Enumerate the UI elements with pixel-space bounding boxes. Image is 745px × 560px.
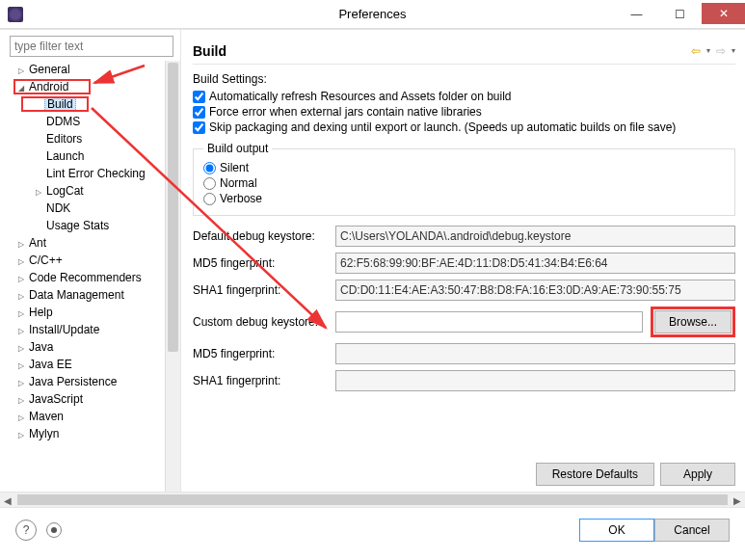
sha1-label: SHA1 fingerprint: xyxy=(193,283,328,297)
sha1-2-label: SHA1 fingerprint: xyxy=(193,374,328,387)
check-label-2: Skip packaging and dexing until export o… xyxy=(209,120,676,134)
tree-item-mylyn[interactable]: Mylyn xyxy=(8,425,180,442)
tree-item-data-management[interactable]: Data Management xyxy=(8,286,180,304)
tree-item-label: Java xyxy=(27,340,55,354)
tree-item-usage-stats[interactable]: Usage Stats xyxy=(8,217,180,234)
browse-button[interactable]: Browse... xyxy=(654,310,732,333)
tree-item-label: Code Recommenders xyxy=(27,271,144,284)
md5-2-field xyxy=(335,343,735,364)
tree-item-install-update[interactable]: Install/Update xyxy=(8,321,180,338)
tree-item-general[interactable]: General xyxy=(8,61,180,78)
forward-icon[interactable]: ⇨ xyxy=(716,44,726,58)
radio-label-normal: Normal xyxy=(220,176,257,190)
tree-item-java-ee[interactable]: Java EE xyxy=(8,356,180,373)
expand-icon[interactable] xyxy=(15,65,27,75)
tree-scrollbar[interactable] xyxy=(165,61,180,492)
minimize-button[interactable]: — xyxy=(615,3,658,26)
maximize-button[interactable]: ☐ xyxy=(658,3,702,26)
tree-item-ant[interactable]: Ant xyxy=(8,234,180,252)
custom-keystore-label: Custom debug keystore: xyxy=(193,315,328,329)
filter-input[interactable] xyxy=(10,36,173,57)
sidebar: GeneralAndroidBuildDDMSEditorsLaunchLint… xyxy=(0,30,181,492)
md5-2-label: MD5 fingerprint: xyxy=(193,347,328,360)
check-2[interactable] xyxy=(193,121,205,134)
custom-keystore-field[interactable] xyxy=(335,311,643,333)
back-icon[interactable]: ⇦ xyxy=(691,44,701,58)
tree-item-javascript[interactable]: JavaScript xyxy=(8,390,180,408)
preference-page: Build ⇦ ▾ ⇨ ▾ Build Settings: Automatica… xyxy=(181,30,745,492)
tree-item-ddms[interactable]: DDMS xyxy=(8,113,180,130)
tree-item-android[interactable]: Android xyxy=(8,78,180,95)
tree-item-maven[interactable]: Maven xyxy=(8,408,180,425)
build-output-legend: Build output xyxy=(203,142,272,155)
expand-icon[interactable] xyxy=(15,82,27,93)
radio-silent[interactable] xyxy=(203,162,216,174)
sha1-field xyxy=(335,280,735,301)
tree-item-label: LogCat xyxy=(44,184,86,198)
expand-icon[interactable] xyxy=(15,342,27,353)
expand-icon[interactable] xyxy=(15,307,27,318)
oomph-icon[interactable] xyxy=(46,522,62,538)
tree-item-build[interactable]: Build xyxy=(8,95,180,113)
check-1[interactable] xyxy=(193,106,205,119)
tree-item-java-persistence[interactable]: Java Persistence xyxy=(8,373,180,390)
tree-item-logcat[interactable]: LogCat xyxy=(8,182,180,200)
expand-icon[interactable] xyxy=(33,186,44,197)
tree-item-label: Mylyn xyxy=(27,427,61,440)
expand-icon[interactable] xyxy=(15,325,27,335)
expand-icon[interactable] xyxy=(15,273,27,283)
default-keystore-label: Default debug keystore: xyxy=(193,229,328,243)
ok-button[interactable]: OK xyxy=(579,519,654,542)
expand-icon[interactable] xyxy=(15,360,27,370)
radio-label-silent: Silent xyxy=(220,161,249,174)
expand-icon[interactable] xyxy=(15,377,27,387)
window-title: Preferences xyxy=(338,7,406,21)
horizontal-scrollbar[interactable]: ◀ ▶ xyxy=(0,492,745,507)
radio-normal[interactable] xyxy=(203,177,216,190)
tree-item-help[interactable]: Help xyxy=(8,304,180,321)
title-bar: Preferences — ☐ ✕ xyxy=(0,0,745,29)
expand-icon[interactable] xyxy=(15,290,27,301)
dialog-footer: ? OK Cancel xyxy=(0,507,745,551)
radio-label-verbose: Verbose xyxy=(220,192,262,205)
tree-item-lint-error-checking[interactable]: Lint Error Checking xyxy=(8,165,180,182)
app-icon xyxy=(8,7,23,22)
expand-icon[interactable] xyxy=(15,255,27,266)
back-menu-icon[interactable]: ▾ xyxy=(706,46,710,55)
tree-item-code-recommenders[interactable]: Code Recommenders xyxy=(8,269,180,286)
check-0[interactable] xyxy=(193,91,205,103)
tree-item-java[interactable]: Java xyxy=(8,338,180,356)
expand-icon[interactable] xyxy=(15,412,27,422)
tree-item-label: Launch xyxy=(44,149,86,163)
md5-label: MD5 fingerprint: xyxy=(193,256,328,270)
tree-item-c-c-[interactable]: C/C++ xyxy=(8,252,180,269)
tree-item-launch[interactable]: Launch xyxy=(8,147,180,165)
check-label-1: Force error when external jars contain n… xyxy=(209,105,482,119)
forward-menu-icon[interactable]: ▾ xyxy=(732,46,735,55)
tree-item-editors[interactable]: Editors xyxy=(8,130,180,147)
page-title: Build xyxy=(193,43,226,59)
expand-icon[interactable] xyxy=(15,429,27,440)
tree-item-label: Data Management xyxy=(27,288,126,302)
radio-verbose[interactable] xyxy=(203,193,216,205)
apply-button[interactable]: Apply xyxy=(660,463,735,486)
tree-item-label: Ant xyxy=(27,236,48,250)
restore-defaults-button[interactable]: Restore Defaults xyxy=(536,463,654,486)
md5-field xyxy=(335,253,735,274)
expand-icon[interactable] xyxy=(15,394,27,405)
tree-item-ndk[interactable]: NDK xyxy=(8,200,180,217)
help-icon[interactable]: ? xyxy=(15,520,37,541)
preference-tree[interactable]: GeneralAndroidBuildDDMSEditorsLaunchLint… xyxy=(6,61,180,442)
tree-item-label: Editors xyxy=(44,132,84,146)
tree-item-label: Java EE xyxy=(27,358,74,371)
tree-item-label: Lint Error Checking xyxy=(44,167,147,180)
check-label-0: Automatically refresh Resources and Asse… xyxy=(209,90,512,103)
sha1-2-field xyxy=(335,370,735,391)
tree-item-label: DDMS xyxy=(44,115,82,128)
tree-item-label: NDK xyxy=(44,201,72,215)
close-button[interactable]: ✕ xyxy=(702,3,745,24)
tree-item-label: Build xyxy=(44,96,76,112)
tree-item-label: Java Persistence xyxy=(27,375,119,388)
expand-icon[interactable] xyxy=(15,238,27,249)
cancel-button[interactable]: Cancel xyxy=(654,519,730,542)
